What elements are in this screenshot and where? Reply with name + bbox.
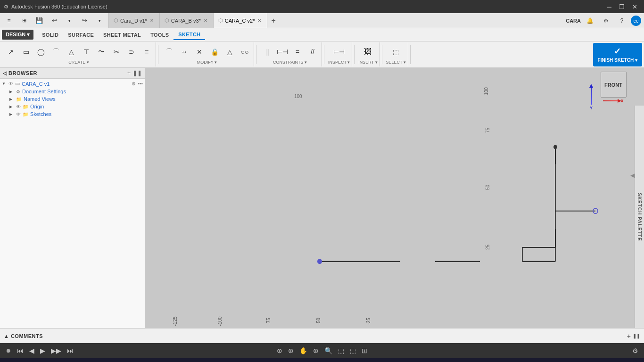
account-button[interactable]: cc — [631, 16, 641, 26]
dimension-tool[interactable]: ⊢⊣ — [275, 45, 289, 59]
tree-more-root[interactable]: ••• — [138, 81, 143, 86]
start-button[interactable]: ⊞ — [2, 358, 21, 362]
comments-arrow[interactable]: ▲ — [4, 333, 9, 339]
settings-button[interactable]: ⚙ — [599, 14, 613, 28]
taskbar-app-explorer[interactable]: 📁 — [83, 358, 104, 362]
undo-dropdown[interactable]: ▾ — [62, 14, 76, 28]
finish-sketch-button[interactable]: ✓ FINISH SKETCH ▾ — [593, 43, 642, 66]
tree-item-sketches[interactable]: ▶ 👁 📁 Sketches — [0, 110, 145, 118]
circle-tool[interactable]: ◯ — [34, 45, 48, 59]
palette-collapse-btn[interactable]: ◀ — [630, 172, 635, 179]
zoom-tool[interactable]: 🔍 — [322, 346, 334, 355]
save-button[interactable]: 💾 — [32, 14, 46, 28]
anim-record-icon[interactable]: ⏺ — [4, 346, 13, 355]
equal-tool[interactable]: = — [290, 45, 305, 59]
tab-close-cara-d[interactable]: ✕ — [149, 17, 155, 24]
help-button[interactable]: ? — [615, 14, 629, 28]
taskbar-app-ppt[interactable]: P — [148, 358, 169, 362]
offset-tool[interactable]: ⊃ — [124, 45, 139, 59]
anim-start-button[interactable]: ⏮ — [15, 346, 25, 355]
browser-collapse-icon[interactable]: ◁ — [3, 70, 7, 76]
tree-item-doc-settings[interactable]: ▶ ⚙ Document Settings — [0, 88, 145, 95]
menu-surface[interactable]: SURFACE — [63, 30, 99, 40]
pan-tool[interactable]: ⊕ — [275, 346, 284, 355]
minimize-button[interactable]: ─ — [604, 2, 614, 11]
menu-button[interactable]: ≡ — [2, 14, 16, 28]
tree-item-origin[interactable]: ▶ 👁 📁 Origin — [0, 103, 145, 110]
construction-tool[interactable]: ≡ — [140, 45, 154, 59]
rectangle-tool[interactable]: ▭ — [19, 45, 33, 59]
front-view-button[interactable]: FRONT — [601, 72, 627, 98]
select-tool[interactable]: ⬚ — [389, 45, 403, 59]
menu-solid[interactable]: SOLID — [37, 30, 63, 40]
window-select[interactable]: ⬚ — [336, 346, 346, 355]
notification-button[interactable]: 🔔 — [583, 14, 597, 28]
design-menu[interactable]: DESIGN ▾ — [2, 30, 33, 40]
scale-tool[interactable]: ✕ — [192, 45, 206, 59]
trim-tool[interactable]: ✂ — [109, 45, 124, 59]
arc-tool[interactable]: ⌒ — [49, 45, 63, 59]
bottom-settings-button[interactable]: ⚙ — [630, 346, 640, 355]
taskbar-app-acrobat[interactable]: A — [300, 358, 321, 362]
comments-add-button[interactable]: + — [627, 332, 631, 340]
taskbar-app-word[interactable]: W — [213, 358, 234, 362]
parallel-tool[interactable]: // — [305, 45, 320, 59]
browser-options-button[interactable]: ❚❚ — [132, 70, 142, 76]
tab-cara-b[interactable]: ⬡ CARA_B v3* ✕ — [160, 13, 214, 28]
anim-next-button[interactable]: ▶▶ — [49, 346, 63, 355]
pattern-tool[interactable]: ○○ — [238, 45, 252, 59]
menu-sketch[interactable]: SKETCH — [173, 30, 205, 40]
taskbar-app-photos[interactable]: 🖼 — [322, 358, 342, 362]
anim-prev-button[interactable]: ◀ — [27, 346, 36, 355]
taskbar-app-onenote[interactable]: N — [256, 358, 277, 362]
orbit-tool[interactable]: ✋ — [297, 346, 309, 355]
tab-close-cara-c[interactable]: ✕ — [256, 17, 262, 24]
close-button[interactable]: ✕ — [629, 2, 640, 11]
polygon-tool[interactable]: △ — [64, 45, 78, 59]
task-view-button[interactable]: ❑ — [41, 358, 60, 362]
coincident-tool[interactable]: ∥ — [260, 45, 274, 59]
tree-item-named-views[interactable]: ▶ 📁 Named Views — [0, 95, 145, 103]
browser-pin-button[interactable]: + — [127, 70, 131, 76]
mirror-tool[interactable]: ↔ — [177, 45, 191, 59]
anim-end-button[interactable]: ⏭ — [65, 346, 75, 355]
undo-button[interactable]: ↩ — [47, 14, 61, 28]
redo-dropdown[interactable]: ▾ — [92, 14, 107, 28]
taskbar-app-fusion[interactable]: F — [278, 358, 299, 362]
tab-cara-d[interactable]: ⬡ Cara_D v1* ✕ — [109, 13, 160, 28]
look-tool[interactable]: ⊕ — [311, 346, 321, 355]
taskbar-app-calc[interactable]: 🧮 — [191, 358, 212, 362]
display-mode[interactable]: ⬚ — [348, 346, 358, 355]
canvas-area[interactable]: 100 — [145, 68, 644, 328]
break-tool[interactable]: △ — [223, 45, 237, 59]
taskbar-app-chrome[interactable]: 🌐 — [170, 358, 190, 362]
grid-toggle[interactable]: ⊞ — [360, 346, 369, 355]
taskbar-app-excel[interactable]: X — [126, 358, 147, 362]
tree-settings-root[interactable]: ⚙ — [132, 81, 136, 86]
tab-cara-c[interactable]: ⬡ CARA_C v2* ✕ — [214, 13, 268, 28]
fillet-tool[interactable]: ⌒ — [162, 45, 176, 59]
line-tool[interactable]: ↗ — [4, 45, 18, 59]
menu-sheet-metal[interactable]: SHEET METAL — [99, 30, 146, 40]
taskbar-app-store[interactable]: 🛍 — [105, 358, 125, 362]
new-tab-button[interactable]: + — [267, 15, 279, 27]
sketch-palette[interactable]: SKETCH PALETTE — [635, 106, 644, 328]
tab-close-cara-b[interactable]: ✕ — [203, 17, 208, 24]
spline-tool[interactable]: 〜 — [94, 45, 108, 59]
restore-button[interactable]: ❐ — [616, 2, 627, 11]
quick-access-button[interactable]: ⊞ — [17, 14, 31, 28]
view-tool-2[interactable]: ⊕ — [286, 346, 296, 355]
lock-tool[interactable]: 🔒 — [207, 45, 222, 59]
redo-button[interactable]: ↪ — [77, 14, 91, 28]
comments-collapse-button[interactable]: ❚❚ — [633, 332, 640, 340]
search-button[interactable]: 🔍 — [22, 358, 41, 362]
taskbar-app-edge[interactable]: e — [61, 358, 82, 362]
measure-tool[interactable]: ⊢⊣ — [331, 45, 347, 59]
insert-image-tool[interactable]: 🖼 — [361, 45, 375, 59]
tree-item-root[interactable]: ▼ 👁 ▭ CARA_C v1 ⚙ ••• — [0, 80, 145, 88]
slot-tool[interactable]: ⊤ — [79, 45, 93, 59]
menu-tools[interactable]: TOOLS — [146, 30, 173, 40]
anim-play-button[interactable]: ▶ — [38, 346, 47, 355]
taskbar-app-teams[interactable]: T — [235, 358, 256, 362]
system-clock[interactable]: 11:19 p.m. 30/03/2021 — [616, 361, 642, 362]
